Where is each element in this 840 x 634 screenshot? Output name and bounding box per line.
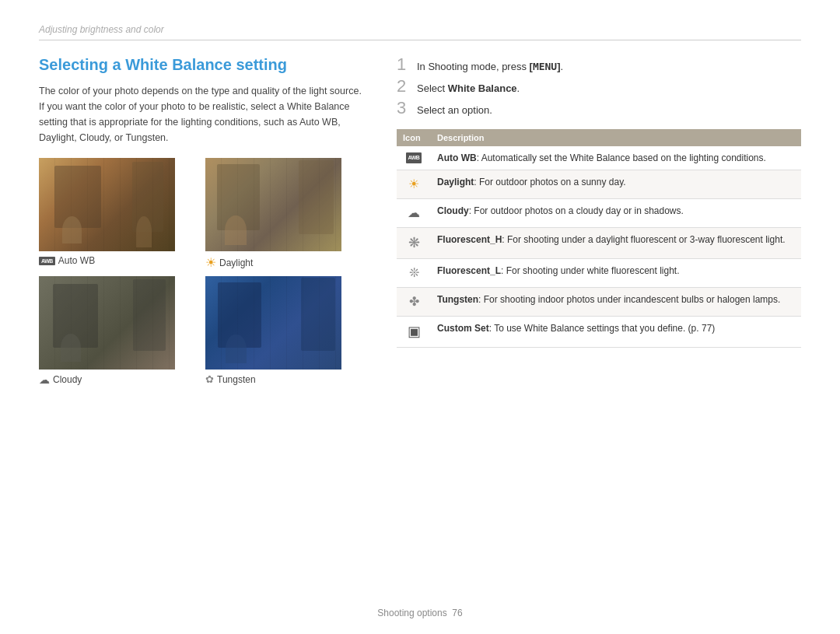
table-row: ☁ Cloudy: For outdoor photos on a cloudy… xyxy=(397,199,801,228)
icon-cell-cloudy: ☁ xyxy=(397,199,431,228)
daylight-td-icon: ☀ xyxy=(403,175,425,194)
photo-cloudy xyxy=(39,276,175,370)
daylight-bold-label: Daylight xyxy=(437,177,474,187)
autowb-icon: AWB xyxy=(39,257,55,265)
step-1-number: 1 xyxy=(397,56,411,73)
tungsten-label: Tungsten xyxy=(217,374,256,385)
tungsten-td-icon: ✤ xyxy=(403,292,425,311)
desc-cell-tungsten: Tungsten: For shooting indoor photos und… xyxy=(431,288,801,317)
photo-item-daylight: ☀ Daylight xyxy=(205,158,366,270)
icon-cell-fluorescent-l: ❊ xyxy=(397,259,431,288)
fluorescent-l-table-icon: ❊ xyxy=(409,264,419,282)
icon-cell-custom: ▣ xyxy=(397,317,431,348)
photo-label-tungsten: ✿ Tungsten xyxy=(205,373,366,385)
table-row: AWB Auto WB: Automatically set the White… xyxy=(397,146,801,170)
photo-tungsten xyxy=(205,276,341,370)
menu-bracket-right: ] xyxy=(557,61,560,72)
desc-cell-daylight: Daylight: For outdoor photos on a sunny … xyxy=(431,170,801,199)
icon-cell-daylight: ☀ xyxy=(397,170,431,199)
table-row: ✤ Tungsten: For shooting indoor photos u… xyxy=(397,288,801,317)
photo-label-daylight: ☀ Daylight xyxy=(205,255,366,270)
white-balance-label: White Balance xyxy=(448,82,517,94)
cloudy-label: Cloudy xyxy=(53,374,82,385)
page: Adjusting brightness and color Selecting… xyxy=(0,0,840,634)
cloudy-table-icon: ☁ xyxy=(408,204,420,222)
step-2: 2 Select White Balance. xyxy=(397,78,801,95)
fluorescent-h-table-icon: ❋ xyxy=(408,233,420,254)
footer-text: Shooting options xyxy=(377,608,446,618)
footer: Shooting options 76 xyxy=(39,608,801,618)
options-table: Icon Description AWB Auto WB: Automati xyxy=(397,129,801,348)
step-1: 1 In Shooting mode, press [MENU]. xyxy=(397,56,801,73)
cloudy-icon: ☁ xyxy=(39,373,50,386)
col-header-icon: Icon xyxy=(397,129,431,146)
desc-cell-cloudy: Cloudy: For outdoor photos on a cloudy d… xyxy=(431,199,801,228)
photo-label-cloudy: ☁ Cloudy xyxy=(39,373,199,386)
desc-cell-fluorescent-l: Fluorescent_L: For shooting under white … xyxy=(431,259,801,288)
photo-daylight xyxy=(205,158,341,251)
breadcrumb: Adjusting brightness and color xyxy=(39,24,164,35)
footer-page: 76 xyxy=(452,608,462,618)
daylight-icon: ☀ xyxy=(205,255,216,270)
left-column: Selecting a White Balance setting The co… xyxy=(39,56,366,592)
fluorescent-l-bold-label: Fluorescent_L xyxy=(437,265,501,276)
photo-grid: AWB Auto WB ☀ Daylight xyxy=(39,158,366,386)
table-row: ❋ Fluorescent_H: For shooting under a da… xyxy=(397,228,801,259)
table-row: ❊ Fluorescent_L: For shooting under whit… xyxy=(397,259,801,288)
step-3: 3 Select an option. xyxy=(397,100,801,117)
cloudy-td-icon: ☁ xyxy=(403,204,425,222)
custom-td-icon: ▣ xyxy=(403,321,425,342)
photo-item-tungsten: ✿ Tungsten xyxy=(205,276,366,386)
photo-item-autowb: AWB Auto WB xyxy=(39,158,199,270)
breadcrumb-area: Adjusting brightness and color xyxy=(39,23,801,40)
icon-cell-autowb: AWB xyxy=(397,146,431,170)
desc-cell-fluorescent-h: Fluorescent_H: For shooting under a dayl… xyxy=(431,228,801,259)
step-1-text: In Shooting mode, press [MENU]. xyxy=(417,61,563,72)
icon-cell-tungsten: ✤ xyxy=(397,288,431,317)
section-title: Selecting a White Balance setting xyxy=(39,56,366,74)
autowb-label: Auto WB xyxy=(58,255,95,266)
step-2-number: 2 xyxy=(397,78,411,95)
photo-item-cloudy: ☁ Cloudy xyxy=(39,276,199,386)
daylight-label: Daylight xyxy=(219,257,253,268)
icon-cell-fluorescent-h: ❋ xyxy=(397,228,431,259)
menu-key: MENU xyxy=(533,61,557,72)
section-description: The color of your photo depends on the t… xyxy=(39,83,366,145)
tungsten-bold-label: Tungsten xyxy=(437,294,478,305)
table-row: ▣ Custom Set: To use White Balance setti… xyxy=(397,317,801,348)
steps-list: 1 In Shooting mode, press [MENU]. 2 Sele… xyxy=(397,56,801,117)
desc-cell-custom: Custom Set: To use White Balance setting… xyxy=(431,317,801,348)
step-3-text: Select an option. xyxy=(417,104,492,116)
photo-auto-wb xyxy=(39,158,175,251)
autowb-td-icon: AWB xyxy=(403,152,425,164)
fluorescent-h-td-icon: ❋ xyxy=(403,233,425,254)
photo-label-autowb: AWB Auto WB xyxy=(39,255,199,266)
col-header-desc: Description xyxy=(431,129,801,146)
table-row: ☀ Daylight: For outdoor photos on a sunn… xyxy=(397,170,801,199)
main-content: Selecting a White Balance setting The co… xyxy=(39,56,801,592)
step-3-number: 3 xyxy=(397,100,411,117)
fluorescent-l-td-icon: ❊ xyxy=(403,264,425,282)
tungsten-icon: ✿ xyxy=(205,373,214,385)
desc-cell-autowb: Auto WB: Automatically set the White Bal… xyxy=(431,146,801,170)
cloudy-bold-label: Cloudy xyxy=(437,205,469,216)
right-column: 1 In Shooting mode, press [MENU]. 2 Sele… xyxy=(397,56,801,592)
tungsten-table-icon: ✤ xyxy=(409,292,419,311)
fluorescent-h-bold-label: Fluorescent_H xyxy=(437,234,502,245)
custom-bold-label: Custom Set xyxy=(437,323,489,334)
custom-table-icon: ▣ xyxy=(408,321,421,342)
autowb-table-icon: AWB xyxy=(406,152,422,164)
daylight-table-icon: ☀ xyxy=(408,175,419,194)
autowb-bold-label: Auto WB xyxy=(437,152,477,163)
table-header-row: Icon Description xyxy=(397,129,801,146)
step-2-text: Select White Balance. xyxy=(417,82,520,94)
